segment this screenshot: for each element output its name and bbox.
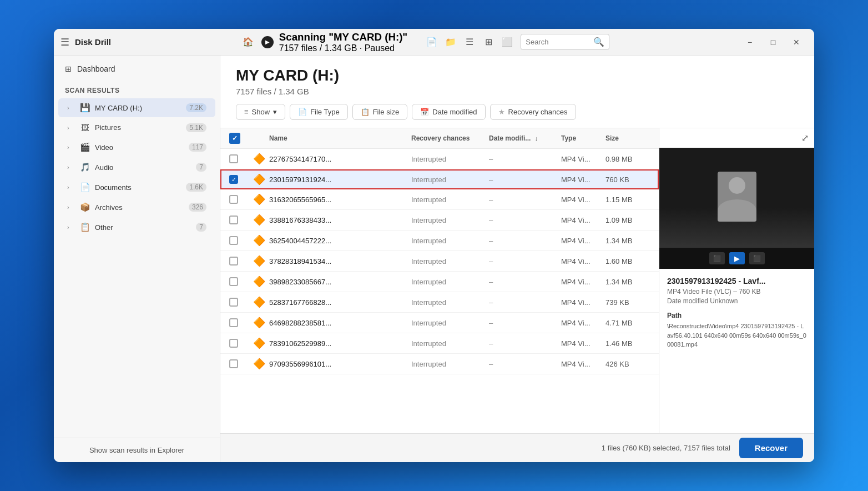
chevron-icon-audio: › <box>67 164 75 171</box>
sidebar-item-audio[interactable]: › 🎵 Audio 7 <box>58 158 215 177</box>
row-checkbox-2[interactable] <box>229 195 249 204</box>
file-list: ✓ Name Recovery chances Date modifi... ↓… <box>220 128 659 433</box>
row-recovery-3: Interrupted <box>411 216 489 224</box>
row-size-2: 1.15 MB <box>605 196 650 204</box>
table-row-4[interactable]: 🔶 36254004457222... Interrupted – MP4 Vi… <box>220 231 659 251</box>
row-checkbox-8[interactable] <box>229 318 249 327</box>
row-name-7: 52837167766828... <box>269 298 411 307</box>
table-row-8[interactable]: 🔶 64698288238581... Interrupted – MP4 Vi… <box>220 313 659 333</box>
row-name-3: 33881676338433... <box>269 216 411 224</box>
grid-icon[interactable]: ⊞ <box>481 34 496 50</box>
row-type-7: MP4 Vi... <box>561 298 605 307</box>
chevron-icon-video: › <box>67 144 75 151</box>
file-icon[interactable]: 📄 <box>424 34 440 50</box>
show-filter-button[interactable]: ≡ Show ▾ <box>236 104 285 120</box>
preview-header: ⤢ <box>659 128 814 148</box>
row-checkbox-1[interactable]: ✓ <box>229 175 249 184</box>
checkbox-1[interactable]: ✓ <box>229 175 238 184</box>
table-row-2[interactable]: 🔶 31632065565965... Interrupted – MP4 Vi… <box>220 189 659 210</box>
checkbox-9[interactable] <box>229 339 238 348</box>
row-name-5: 37828318941534... <box>269 257 411 265</box>
list-icon[interactable]: ☰ <box>462 34 477 50</box>
pictures-icon: 🖼 <box>79 123 90 132</box>
home-button[interactable]: 🏠 <box>240 34 256 50</box>
sidebar-item-archives[interactable]: › 📦 Archives 326 <box>58 198 215 217</box>
row-checkbox-9[interactable] <box>229 339 249 348</box>
th-date: Date modifi... ↓ <box>489 134 561 142</box>
row-checkbox-4[interactable] <box>229 236 249 245</box>
sidebar-item-video[interactable]: › 🎬 Video 117 <box>58 138 215 157</box>
checkbox-6[interactable] <box>229 277 238 286</box>
row-size-7: 739 KB <box>605 298 650 307</box>
preview-panel: ⤢ ⬛ ▶ ⬛ 2301597913192425 - Lavf... <box>659 128 814 433</box>
checkbox-0[interactable] <box>229 154 238 163</box>
row-icon-6: 🔶 <box>249 275 269 288</box>
recovery-chances-button[interactable]: ★ Recovery chances <box>490 104 576 120</box>
table-row-9[interactable]: 🔶 78391062529989... Interrupted – MP4 Vi… <box>220 333 659 354</box>
row-icon-9: 🔶 <box>249 337 269 349</box>
table-row[interactable]: 🔶 22767534147170... Interrupted – MP4 Vi… <box>220 149 659 169</box>
checkbox-8[interactable] <box>229 318 238 327</box>
dashboard-grid-icon: ⊞ <box>65 64 72 73</box>
play-pause-button[interactable]: ▶ <box>261 36 274 48</box>
row-checkbox-7[interactable] <box>229 298 249 307</box>
toolbar-icons: 📄 📁 ☰ ⊞ ⬜ <box>424 34 515 50</box>
window-controls: − □ ✕ <box>739 33 808 51</box>
folder-icon[interactable]: 📁 <box>443 34 458 50</box>
row-name-8: 64698288238581... <box>269 319 411 327</box>
row-checkbox-10[interactable] <box>229 359 249 368</box>
table-header: ✓ Name Recovery chances Date modifi... ↓… <box>220 128 659 149</box>
select-all-checkbox[interactable]: ✓ <box>229 133 249 144</box>
table-row-10[interactable]: 🔶 97093556996101... Interrupted – MP4 Vi… <box>220 354 659 374</box>
row-type-4: MP4 Vi... <box>561 237 605 245</box>
expand-preview-button[interactable]: ⤢ <box>801 133 809 143</box>
row-checkbox-5[interactable] <box>229 257 249 265</box>
file-type-button[interactable]: 📄 File Type <box>290 104 348 120</box>
recover-button[interactable]: Recover <box>739 438 803 458</box>
preview-date-meta: Date modified Unknown <box>667 297 806 305</box>
checkbox-4[interactable] <box>229 236 238 245</box>
file-size-button[interactable]: 📋 File size <box>352 104 408 120</box>
vlc-icon-5: 🔶 <box>253 255 265 267</box>
th-recovery: Recovery chances <box>411 134 489 142</box>
show-filter-chevron: ▾ <box>273 108 277 116</box>
sidebar-item-my-card[interactable]: › 💾 MY CARD (H:) 7.2K <box>58 98 215 117</box>
row-date-4: – <box>489 237 561 245</box>
sidebar-item-label-other: Other <box>95 223 191 232</box>
forward-button[interactable]: ⬛ <box>749 252 765 264</box>
checkbox-2[interactable] <box>229 195 238 204</box>
table-row-5[interactable]: 🔶 37828318941534... Interrupted – MP4 Vi… <box>220 251 659 272</box>
checkbox-3[interactable] <box>229 216 238 224</box>
file-area: MY CARD (H:) 7157 files / 1.34 GB ≡ Show… <box>220 56 814 462</box>
checkbox-7[interactable] <box>229 298 238 307</box>
checkbox-5[interactable] <box>229 257 238 265</box>
preview-play-button[interactable]: ▶ <box>729 252 745 264</box>
sidebar-item-other[interactable]: › 📋 Other 7 <box>58 218 215 237</box>
checkbox-10[interactable] <box>229 359 238 368</box>
columns-icon[interactable]: ⬜ <box>499 34 515 50</box>
table-row-selected[interactable]: ✓ 🔶 23015979131924... Interrupted – MP4 … <box>220 169 659 189</box>
search-input[interactable] <box>526 38 590 46</box>
sidebar-dashboard-item[interactable]: ⊞ Dashboard <box>54 56 220 82</box>
app-window: ☰ Disk Drill 🏠 ▶ Scanning "MY CARD (H:)"… <box>54 29 814 462</box>
sidebar-item-documents[interactable]: › 📄 Documents 1.6K <box>58 178 215 197</box>
drive-subtitle: 7157 files / 1.34 GB <box>236 87 799 96</box>
date-modified-button[interactable]: 📅 Date modified <box>412 104 485 120</box>
rewind-button[interactable]: ⬛ <box>709 252 725 264</box>
row-checkbox-3[interactable] <box>229 216 249 224</box>
minimize-button[interactable]: − <box>739 33 761 51</box>
sidebar-item-count-video: 117 <box>189 143 206 152</box>
table-row-3[interactable]: 🔶 33881676338433... Interrupted – MP4 Vi… <box>220 210 659 231</box>
row-checkbox-6[interactable] <box>229 277 249 286</box>
close-button[interactable]: ✕ <box>785 33 808 51</box>
table-row-7[interactable]: 🔶 52837167766828... Interrupted – MP4 Vi… <box>220 292 659 313</box>
maximize-button[interactable]: □ <box>762 33 784 51</box>
th-size: Size <box>605 134 650 142</box>
menu-icon[interactable]: ☰ <box>60 36 69 48</box>
sidebar-item-pictures[interactable]: › 🖼 Pictures 5.1K <box>58 118 215 137</box>
table-row-6[interactable]: 🔶 39898233085667... Interrupted – MP4 Vi… <box>220 272 659 292</box>
show-scan-results-button[interactable]: Show scan results in Explorer <box>63 446 211 454</box>
row-checkbox-0[interactable] <box>229 154 249 163</box>
scan-subtitle: 7157 files / 1.34 GB · Paused <box>279 43 407 53</box>
header-checkbox[interactable]: ✓ <box>229 133 240 144</box>
